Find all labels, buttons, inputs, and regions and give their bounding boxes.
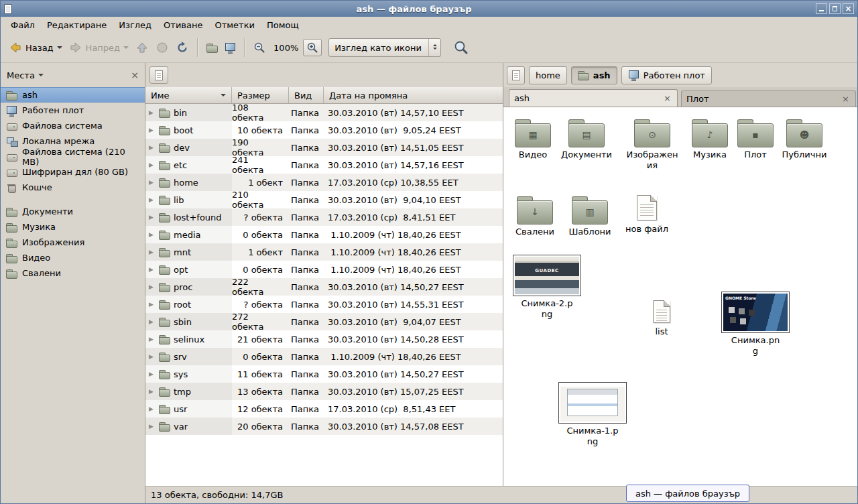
- expander-icon[interactable]: ▶: [149, 144, 156, 151]
- zoom-out-button[interactable]: [250, 38, 269, 57]
- icon-view-item[interactable]: list: [633, 300, 690, 337]
- tab-ash[interactable]: ash ×: [509, 89, 678, 107]
- home-button[interactable]: [203, 39, 221, 56]
- menu-item[interactable]: Отиване: [158, 19, 208, 32]
- expander-icon[interactable]: ▶: [149, 336, 156, 342]
- expander-icon[interactable]: ▶: [149, 318, 156, 325]
- window-list-badge[interactable]: ash — файлов браузър: [626, 485, 749, 502]
- table-row[interactable]: ▶ media 0 обекта Папка 1.10.2009 (чт) 18…: [145, 226, 503, 243]
- icon-view-item[interactable]: ☻ Публични: [776, 118, 833, 160]
- tab-plot[interactable]: Плот ×: [681, 90, 856, 107]
- table-row[interactable]: ▶ etc 241 обекта Папка 30.03.2010 (вт) 1…: [145, 156, 503, 174]
- column-header-date[interactable]: Дата на промяна: [324, 87, 503, 103]
- icon-view-item[interactable]: ▦ Видео: [505, 118, 561, 160]
- sidebar-item[interactable]: Работен плот: [1, 103, 145, 118]
- expander-icon[interactable]: ▶: [149, 109, 156, 116]
- expander-icon[interactable]: ▶: [149, 162, 156, 168]
- expander-icon[interactable]: ▶: [149, 353, 156, 360]
- sidebar-item[interactable]: Кошче: [1, 180, 145, 195]
- stop-button[interactable]: [152, 38, 172, 58]
- sidebar-item[interactable]: Файлова система (210 MB): [1, 149, 145, 164]
- menu-item[interactable]: Файл: [5, 19, 41, 32]
- menu-item[interactable]: Редактиране: [41, 19, 113, 32]
- table-row[interactable]: ▶ dev 190 обекта Папка 30.03.2010 (вт) 1…: [145, 139, 503, 156]
- path-button-home[interactable]: home: [529, 66, 567, 84]
- sidebar-item[interactable]: Музика: [1, 219, 145, 235]
- icon-view-item[interactable]: ↓ Свалени: [507, 195, 563, 237]
- tab-close-icon[interactable]: ×: [841, 94, 851, 104]
- table-row[interactable]: ▶ lost+found ? обекта Папка 17.03.2010 (…: [145, 208, 503, 226]
- icon-view-item[interactable]: нов файл: [619, 195, 675, 235]
- view-mode-select[interactable]: Изглед като икони: [328, 38, 441, 57]
- expander-icon[interactable]: ▶: [149, 284, 156, 290]
- sidebar-item[interactable]: Свалени: [1, 265, 145, 281]
- pathbar-scroll-button[interactable]: [507, 66, 525, 84]
- expander-icon[interactable]: ▶: [149, 423, 156, 430]
- table-row[interactable]: ▶ usr 12 обекта Папка 17.03.2010 (ср) 8,…: [145, 400, 503, 418]
- path-button-desktop[interactable]: Работен плот: [621, 66, 712, 84]
- sidebar-item[interactable]: Шифриран дял (80 GB): [1, 164, 145, 180]
- menu-item[interactable]: Помощ: [261, 19, 305, 32]
- titlebar[interactable]: ash — файлов браузър ×: [1, 1, 857, 17]
- sidebar-item[interactable]: Видео: [1, 250, 145, 265]
- table-row[interactable]: ▶ mnt 1 обект Папка 1.10.2009 (чт) 18,40…: [145, 243, 503, 261]
- minimize-button[interactable]: [816, 3, 827, 14]
- icon-view-item[interactable]: ▤ Документи: [558, 118, 615, 160]
- icon-view-item[interactable]: Снимка-1.png: [558, 382, 627, 447]
- reload-button[interactable]: [172, 38, 192, 58]
- table-row[interactable]: ▶ boot 10 обекта Папка 30.03.2010 (вт) 9…: [145, 121, 503, 139]
- table-row[interactable]: ▶ root ? обекта Папка 30.03.2010 (вт) 14…: [145, 296, 503, 313]
- location-button[interactable]: [149, 66, 168, 84]
- close-button[interactable]: ×: [843, 3, 854, 14]
- expander-icon[interactable]: ▶: [149, 249, 156, 255]
- menu-item[interactable]: Отметки: [208, 19, 260, 32]
- places-dropdown-icon[interactable]: [38, 74, 44, 79]
- table-row[interactable]: ▶ bin 108 обекта Папка 30.03.2010 (вт) 1…: [145, 104, 503, 121]
- icon-view-item[interactable]: ⊙ Изображения: [624, 118, 680, 171]
- icon-view-item[interactable]: ▪ Плот: [727, 118, 784, 160]
- expander-icon[interactable]: ▶: [149, 179, 156, 186]
- forward-button[interactable]: Напред: [66, 38, 132, 58]
- places-close-icon[interactable]: ×: [131, 70, 139, 80]
- icon-view-item[interactable]: GNOME Store Снимка.png: [721, 292, 790, 357]
- sidebar-item[interactable]: ash: [1, 87, 145, 103]
- computer-button[interactable]: [221, 39, 239, 56]
- table-row[interactable]: ▶ proc 222 обекта Папка 30.03.2010 (вт) …: [145, 278, 503, 296]
- expander-icon[interactable]: ▶: [149, 301, 156, 308]
- expander-icon[interactable]: ▶: [149, 231, 156, 238]
- table-row[interactable]: ▶ selinux 21 обекта Папка 30.03.2010 (вт…: [145, 330, 503, 348]
- table-row[interactable]: ▶ sys 11 обекта Папка 30.03.2010 (вт) 14…: [145, 365, 503, 383]
- expander-icon[interactable]: ▶: [149, 371, 156, 377]
- places-title[interactable]: Места: [7, 70, 35, 80]
- expander-icon[interactable]: ▶: [149, 214, 156, 220]
- sidebar-item[interactable]: Файлова система: [1, 118, 145, 133]
- table-row[interactable]: ▶ tmp 13 обекта Папка 30.03.2010 (вт) 15…: [145, 383, 503, 400]
- sidebar-item[interactable]: Изображения: [1, 235, 145, 250]
- menu-item[interactable]: Изглед: [113, 19, 158, 32]
- table-row[interactable]: ▶ opt 0 обекта Папка 1.10.2009 (чт) 18,4…: [145, 261, 503, 278]
- icon-view-item[interactable]: ▥ Шаблони: [562, 195, 618, 237]
- icon-view-item[interactable]: GUADEC Снимка-2.png: [512, 255, 582, 320]
- column-header-size[interactable]: Размер: [232, 87, 289, 103]
- expander-icon[interactable]: ▶: [149, 266, 156, 273]
- search-button[interactable]: [450, 37, 472, 58]
- column-header-type[interactable]: Вид: [289, 87, 324, 103]
- sidebar-item[interactable]: Документи: [1, 204, 145, 219]
- back-button[interactable]: Назад: [5, 38, 66, 58]
- expander-icon[interactable]: ▶: [149, 127, 156, 133]
- table-row[interactable]: ▶ home 1 обект Папка 17.03.2010 (ср) 10,…: [145, 174, 503, 191]
- expander-icon[interactable]: ▶: [149, 405, 156, 412]
- table-row[interactable]: ▶ srv 0 обекта Папка 1.10.2009 (чт) 18,4…: [145, 348, 503, 365]
- maximize-button[interactable]: [829, 3, 841, 14]
- table-row[interactable]: ▶ lib 210 обекта Папка 30.03.2010 (вт) 9…: [145, 191, 503, 208]
- table-row[interactable]: ▶ var 20 обекта Папка 30.03.2010 (вт) 14…: [145, 418, 503, 435]
- back-dropdown-icon[interactable]: [57, 46, 62, 52]
- column-header-name[interactable]: Име: [145, 87, 232, 103]
- zoom-in-button[interactable]: [303, 39, 322, 56]
- table-row[interactable]: ▶ sbin 272 обекта Папка 30.03.2010 (вт) …: [145, 313, 503, 330]
- path-button-ash[interactable]: ash: [571, 66, 617, 84]
- tab-close-icon[interactable]: ×: [662, 93, 672, 103]
- up-button[interactable]: [132, 38, 152, 58]
- expander-icon[interactable]: ▶: [149, 388, 156, 395]
- icon-view[interactable]: ▦ Видео ▤ Документ: [503, 107, 857, 486]
